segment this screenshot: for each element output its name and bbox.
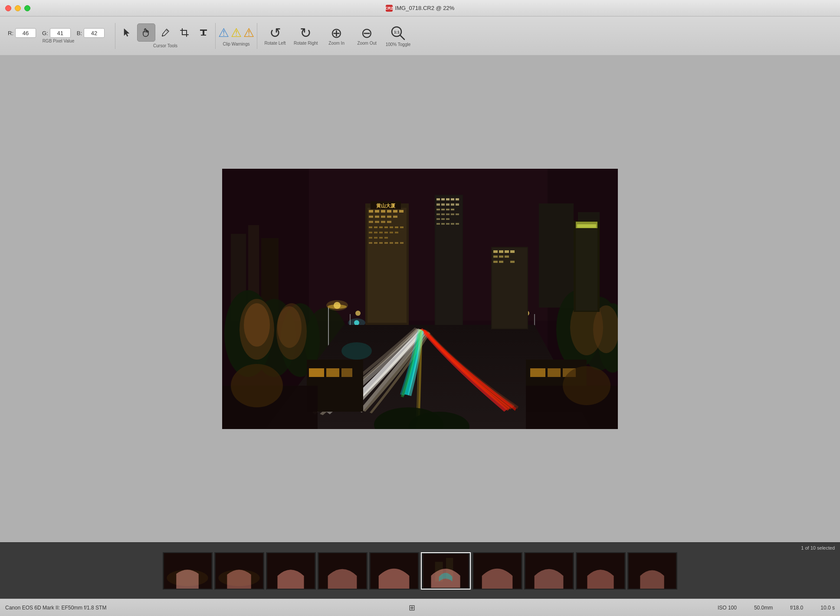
svg-rect-38: [400, 226, 404, 228]
svg-rect-44: [395, 232, 398, 233]
svg-text:1:1: 1:1: [394, 30, 400, 34]
svg-rect-31: [387, 221, 391, 223]
traffic-lights: [5, 5, 30, 11]
close-button[interactable]: [5, 5, 11, 11]
clip-warning-orange-icon[interactable]: ⚠: [243, 26, 254, 40]
zoom-out-button[interactable]: ⊖ Zoom Out: [352, 24, 382, 47]
minimize-button[interactable]: [15, 5, 21, 11]
status-right: ISO 100 50.0mm f/18.0 10.0 s: [718, 605, 835, 611]
rotate-left-button[interactable]: ↺ Rotate Left: [260, 24, 290, 47]
title-bar: CR2 IMG_0718.CR2 @ 22%: [0, 0, 840, 16]
svg-rect-141: [505, 256, 509, 258]
clip-warning-blue-icon[interactable]: ⚠: [218, 26, 229, 40]
svg-rect-76: [446, 213, 450, 215]
eyedropper-tool-button[interactable]: [156, 23, 174, 42]
svg-rect-86: [456, 223, 459, 225]
svg-rect-52: [384, 242, 388, 244]
svg-rect-43: [390, 232, 393, 233]
svg-rect-49: [369, 242, 372, 244]
text-tool-button[interactable]: [194, 23, 213, 42]
svg-rect-26: [387, 216, 391, 218]
svg-text:黄山大厦: 黄山大厦: [376, 203, 396, 208]
svg-rect-70: [436, 209, 440, 210]
svg-rect-17: [369, 210, 373, 213]
filmstrip-area: 1 of 10 selected: [0, 542, 840, 599]
svg-rect-143: [499, 261, 503, 263]
clip-warnings-group: ⚠ ⚠ ⚠ Clip Warnings: [218, 26, 254, 46]
svg-rect-62: [446, 198, 450, 200]
svg-point-132: [341, 342, 372, 360]
svg-rect-71: [441, 209, 445, 210]
svg-rect-138: [510, 250, 515, 253]
filmstrip-thumb-6[interactable]: [421, 552, 471, 590]
cursor-tools-label: Cursor Tools: [153, 43, 177, 48]
iso-display: ISO 100: [718, 605, 737, 611]
svg-rect-51: [379, 242, 383, 244]
svg-rect-53: [390, 242, 393, 244]
toggle-100-icon: 1:1: [390, 25, 406, 41]
hand-tool-button[interactable]: [137, 23, 155, 42]
svg-rect-37: [395, 226, 398, 228]
svg-rect-42: [384, 232, 388, 233]
svg-point-95: [244, 303, 270, 347]
divider-3: [257, 23, 257, 49]
filmstrip-thumb-5[interactable]: [369, 552, 419, 590]
pointer-tool-button[interactable]: [118, 23, 136, 42]
svg-rect-120: [309, 368, 324, 377]
rotate-left-label: Rotate Left: [265, 41, 286, 46]
svg-rect-50: [374, 242, 377, 244]
svg-rect-45: [369, 237, 372, 239]
filmstrip-toggle-icon[interactable]: ⊞: [409, 603, 415, 613]
svg-rect-83: [441, 223, 445, 225]
filmstrip-thumb-1[interactable]: [163, 552, 213, 590]
svg-rect-79: [436, 218, 440, 220]
r-value: 46: [15, 28, 36, 38]
aperture-display: f/18.0: [790, 605, 803, 611]
toolbar: R: 46 G: 41 B: 42 RGB Pixel Value: [0, 16, 840, 56]
b-value: 42: [84, 28, 105, 38]
svg-rect-73: [451, 209, 454, 210]
image-viewer[interactable]: 黄山大厦: [222, 169, 618, 429]
cursor-tools-group: Cursor Tools: [118, 23, 213, 48]
filmstrip-thumb-10[interactable]: [627, 552, 677, 590]
filmstrip-thumb-4[interactable]: [318, 552, 368, 590]
svg-rect-35: [384, 226, 388, 228]
divider-2: [215, 23, 216, 49]
filmstrip-thumb-8[interactable]: [524, 552, 574, 590]
svg-rect-123: [530, 368, 545, 377]
rotate-right-icon: ↻: [300, 26, 312, 40]
zoom-in-label: Zoom In: [328, 41, 345, 46]
svg-rect-148: [577, 224, 596, 228]
svg-rect-72: [446, 209, 450, 210]
svg-rect-135: [493, 250, 498, 253]
svg-line-6: [400, 35, 404, 39]
svg-rect-146: [576, 222, 597, 311]
crop-tool-button[interactable]: [175, 23, 194, 42]
svg-rect-134: [492, 248, 527, 328]
svg-rect-33: [374, 226, 377, 228]
svg-rect-87: [539, 203, 574, 308]
toggle-100-button[interactable]: 1:1 100% Toggle: [382, 23, 414, 49]
maximize-button[interactable]: [24, 5, 30, 11]
svg-rect-124: [548, 368, 561, 377]
svg-rect-65: [436, 203, 440, 206]
svg-rect-46: [374, 237, 377, 239]
svg-rect-47: [379, 237, 383, 239]
filmstrip-thumb-2[interactable]: [214, 552, 264, 590]
status-bar: Canon EOS 6D Mark II: EF50mm f/1.8 STM ⊞…: [0, 599, 840, 616]
focal-length-display: 50.0mm: [754, 605, 773, 611]
svg-rect-81: [446, 218, 450, 220]
filmstrip-thumb-3[interactable]: [266, 552, 316, 590]
svg-rect-23: [369, 216, 373, 218]
svg-rect-67: [446, 203, 450, 206]
rotate-right-button[interactable]: ↻ Rotate Right: [290, 24, 322, 47]
svg-point-96: [277, 306, 302, 348]
rotate-left-icon: ↺: [269, 26, 281, 40]
zoom-in-button[interactable]: ⊕ Zoom In: [322, 24, 352, 47]
svg-rect-84: [446, 223, 450, 225]
filmstrip-thumb-7[interactable]: [472, 552, 522, 590]
clip-warning-yellow-icon[interactable]: ⚠: [231, 26, 242, 40]
rotate-right-label: Rotate Right: [294, 41, 318, 46]
camera-info: Canon EOS 6D Mark II: EF50mm f/1.8 STM: [5, 605, 106, 611]
filmstrip-thumb-9[interactable]: [576, 552, 626, 590]
